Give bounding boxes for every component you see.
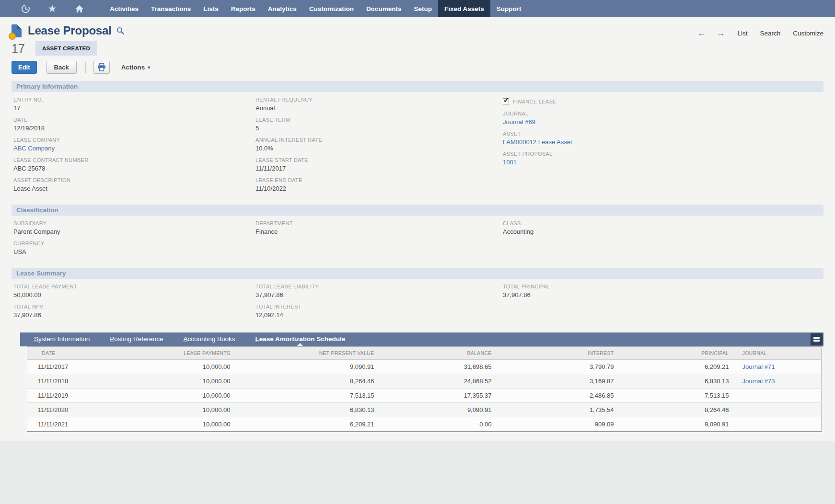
field-total-lease-payment: TOTAL LEASE PAYMENT 50,000.00 <box>13 284 255 298</box>
print-button[interactable] <box>93 61 110 74</box>
edit-button[interactable]: Edit <box>12 61 37 74</box>
back-button[interactable]: Back <box>46 61 77 74</box>
field-asset-proposal: ASSET PROPOSAL 1001 <box>503 151 823 166</box>
section-header-lease-summary[interactable]: Lease Summary <box>12 268 823 279</box>
field-lease-company: LEASE COMPANY ABC Company <box>13 137 255 152</box>
nav-item-fixed-assets[interactable]: Fixed Assets <box>438 0 490 17</box>
field-total-lease-liability: TOTAL LEASE LIABILITY 37,907.86 <box>255 284 503 298</box>
nav-item-documents[interactable]: Documents <box>360 0 408 17</box>
nav-item-setup[interactable]: Setup <box>407 0 438 17</box>
journal-73-link[interactable]: Journal #73 <box>742 378 775 385</box>
tab-posting-reference[interactable]: Posting Reference <box>100 332 173 346</box>
nav-item-customization[interactable]: Customization <box>303 0 360 17</box>
record-nav-links: ← → List Search Customize <box>686 29 823 37</box>
field-total-principal: TOTAL PRINCIPAL 37,907.86 <box>503 284 823 298</box>
asset-proposal-link[interactable]: 1001 <box>503 159 823 166</box>
nav-item-transactions[interactable]: Transactions <box>145 0 197 17</box>
col-header-net-present-value: NET PRESENT VALUE <box>238 347 382 360</box>
actions-label: Actions <box>121 64 145 71</box>
field-asset-description: ASSET DESCRIPTION Lease Asset <box>13 177 255 192</box>
action-buttons: Edit Back Actions ▾ <box>12 61 150 74</box>
top-navbar: ★ Activities Transactions Lists Reports … <box>0 0 835 17</box>
col-header-journal: JOURNAL <box>737 347 822 360</box>
schedule-row-2021: 11/11/2021 10,000.00 6,209.21 0.00 909.0… <box>27 417 822 432</box>
field-lease-start-date: LEASE START DATE 11/11/2017 <box>255 157 503 172</box>
tab-lease-amortization-schedule[interactable]: Lease Amortization Schedule <box>245 332 355 346</box>
next-record-arrow-icon[interactable]: → <box>716 29 725 37</box>
field-total-npv: TOTAL NPV 37,907.86 <box>13 304 255 319</box>
lease-company-link[interactable]: ABC Company <box>13 145 255 152</box>
previous-record-arrow-icon[interactable]: ← <box>697 29 706 37</box>
section-header-classification[interactable]: Classification <box>12 205 823 216</box>
col-header-principal: PRINCIPAL <box>622 347 737 360</box>
chevron-down-icon: ▾ <box>148 65 150 70</box>
field-subsidiary: SUBSIDIARY Parent Company <box>13 220 255 235</box>
finance-lease-label: FINANCE LEASE <box>513 99 557 104</box>
field-asset: ASSET FAM000012 Lease Asset <box>503 131 823 146</box>
status-badge: ASSET CREATED <box>35 41 97 56</box>
nav-menu: Activities Transactions Lists Reports An… <box>104 0 527 17</box>
field-total-interest: TOTAL INTEREST 12,092.14 <box>255 304 503 319</box>
classification-fields: SUBSIDIARY Parent Company CURRENCY USA D… <box>12 216 823 261</box>
customize-link[interactable]: Customize <box>793 30 823 37</box>
checkmark-icon: ✓ <box>503 96 509 104</box>
section-header-primary-information[interactable]: Primary Information <box>12 81 823 92</box>
field-rental-frequency: RENTAL FREQUENCY Annual <box>255 97 503 112</box>
amortization-schedule-table: DATE LEASE PAYMENTS NET PRESENT VALUE BA… <box>27 346 822 432</box>
subtab-bar: System Information Posting Reference Acc… <box>20 332 823 346</box>
field-entry-no: ENTRY NO. 17 <box>13 97 255 112</box>
table-header-row: DATE LEASE PAYMENTS NET PRESENT VALUE BA… <box>27 347 822 360</box>
col-header-balance: BALANCE <box>382 347 499 360</box>
field-class: CLASS Accounting <box>503 220 823 235</box>
expand-table-button[interactable] <box>811 333 823 345</box>
main-content: Lease Proposal 17 ASSET CREATED Edit Bac… <box>0 17 835 441</box>
printer-icon <box>97 66 106 73</box>
field-lease-term: LEASE TERM 5 <box>255 117 503 132</box>
record-id: 17 <box>12 42 35 56</box>
field-finance-lease: ✓ FINANCE LEASE <box>503 98 823 104</box>
home-icon[interactable] <box>74 5 84 13</box>
title-search-icon[interactable] <box>116 27 124 34</box>
button-divider <box>85 62 86 73</box>
field-lease-end-date: LEASE END DATE 11/10/2022 <box>255 177 503 192</box>
primary-information-fields: ENTRY NO. 17 DATE 12/19/2018 LEASE COMPA… <box>12 92 823 197</box>
nav-item-activities[interactable]: Activities <box>104 0 145 17</box>
journal-71-link[interactable]: Journal #71 <box>742 363 775 370</box>
field-department: DEPARTMENT Finance <box>255 220 503 235</box>
nav-item-analytics[interactable]: Analytics <box>262 0 303 17</box>
recent-records-clock-icon[interactable] <box>20 4 31 13</box>
lease-proposal-record-icon <box>12 24 22 37</box>
tab-system-information[interactable]: System Information <box>24 332 100 346</box>
nav-item-lists[interactable]: Lists <box>197 0 225 17</box>
shortcuts-star-icon[interactable]: ★ <box>47 4 58 13</box>
col-header-interest: INTEREST <box>499 347 622 360</box>
page-footer <box>0 441 835 474</box>
record-header: Lease Proposal 17 ASSET CREATED Edit Bac… <box>12 22 823 74</box>
nav-quick-icons: ★ <box>0 0 101 17</box>
field-journal: JOURNAL Journal #69 <box>503 111 823 126</box>
nav-item-reports[interactable]: Reports <box>225 0 262 17</box>
nav-item-support[interactable]: Support <box>490 0 528 17</box>
list-link[interactable]: List <box>737 30 747 37</box>
actions-menu-button[interactable]: Actions ▾ <box>121 64 151 71</box>
search-link[interactable]: Search <box>760 30 780 37</box>
page-title: Lease Proposal <box>28 24 112 37</box>
field-date: DATE 12/19/2018 <box>13 117 255 132</box>
journal-link[interactable]: Journal #69 <box>503 118 823 126</box>
field-currency: CURRENCY USA <box>13 241 255 255</box>
schedule-row-2019: 11/11/2019 10,000.00 7,513.15 17,355.37 … <box>27 389 822 403</box>
field-annual-interest-rate: ANNUAL INTEREST RATE 10.0% <box>255 137 503 152</box>
tab-accounting-books[interactable]: Accounting Books <box>173 332 245 346</box>
subtab-panel: System Information Posting Reference Acc… <box>20 332 823 432</box>
field-lease-contract-number: LEASE CONTRACT NUMBER ABC 25678 <box>13 157 255 172</box>
lease-summary-fields: TOTAL LEASE PAYMENT 50,000.00 TOTAL NPV … <box>12 279 823 324</box>
col-header-lease-payments: LEASE PAYMENTS <box>147 347 238 360</box>
table-rows-icon <box>813 336 820 342</box>
schedule-row-2020: 11/11/2020 10,000.00 6,830.13 9,090.91 1… <box>27 403 822 417</box>
schedule-row-2018: 11/11/2018 10,000.00 8,264.46 24,868.52 … <box>27 374 822 389</box>
asset-link[interactable]: FAM000012 Lease Asset <box>503 138 823 146</box>
schedule-row-2017: 11/11/2017 10,000.00 9,090.91 31,698.65 … <box>27 360 822 374</box>
finance-lease-checkbox[interactable]: ✓ <box>503 98 509 104</box>
col-header-date: DATE <box>27 347 147 360</box>
